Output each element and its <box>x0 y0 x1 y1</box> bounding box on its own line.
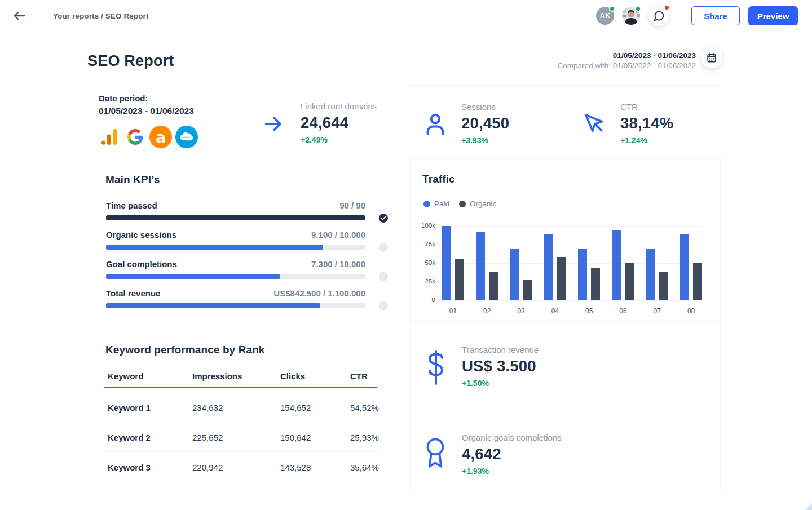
metric-value: 20,450 <box>461 114 509 132</box>
metric-label: Linked root domains <box>301 101 377 111</box>
metric-delta: +3.93% <box>461 136 509 145</box>
metric-card-sessions: Sessions 20,450 +3.93% <box>410 86 561 158</box>
collaborator-avatar-ak[interactable]: AK <box>596 7 614 25</box>
ahrefs-icon: a <box>149 126 172 148</box>
paid-bar <box>544 234 553 300</box>
avatar-initials: AK <box>600 12 611 20</box>
y-axis-tick: 25k <box>411 278 435 285</box>
page-title: SEO Report <box>87 52 174 70</box>
metric-value: 4,642 <box>462 445 562 463</box>
main-kpis-title: Main KPI’s <box>105 174 160 186</box>
keyword-table: KeywordImpressionsClicksCTR Keyword 1234… <box>104 371 377 482</box>
share-button[interactable]: Share <box>691 6 740 25</box>
kpi-status-dot <box>379 243 388 252</box>
paid-bar <box>612 230 621 300</box>
notification-dot <box>664 5 670 11</box>
kpi-label: Organic sessions <box>106 230 176 240</box>
award-icon <box>425 436 446 472</box>
metric-card-ctr: CTR 38,14% +1.24% <box>568 86 720 158</box>
table-cell: Keyword 2 <box>108 433 151 442</box>
metric-cards-row: Sessions 20,450 +3.93% CTR 38,14% +1.24% <box>410 85 720 159</box>
metric-card-organic-goals: Organic goals completions 4,642 +1.93% <box>410 410 721 489</box>
metric-label: CTR <box>620 102 673 112</box>
user-icon <box>425 111 446 138</box>
metric-label: Organic goals completions <box>462 433 562 442</box>
organic-bar <box>659 272 668 300</box>
kpi-value: 7.300 / 10.000 <box>311 259 365 269</box>
kpi-progress-fill <box>106 215 365 220</box>
calendar-button[interactable] <box>701 47 722 68</box>
table-cell: 220,942 <box>192 463 223 472</box>
table-cell: 35,64% <box>350 463 379 472</box>
date-period-value: 01/05/2023 - 01/06/2023 <box>99 106 194 116</box>
organic-bar <box>625 263 634 300</box>
y-axis-tick: 100k <box>411 222 435 229</box>
x-axis-tick: 05 <box>578 307 601 315</box>
chat-bubble-icon <box>653 10 665 22</box>
arrow-left-icon <box>12 9 26 23</box>
date-range-compared: Compared with: 01/05/2022 - 01/06/2022 <box>358 61 696 70</box>
kpi-label: Time passed <box>106 201 157 210</box>
kpi-value: 90 / 90 <box>339 201 365 210</box>
kpi-progress-fill <box>106 245 323 250</box>
kpi-progress-fill <box>106 274 280 279</box>
column-header: Clicks <box>280 371 305 381</box>
dollar-icon <box>426 350 445 387</box>
organic-bar <box>557 257 566 300</box>
breadcrumb: Your reports / SEO Report <box>53 0 149 32</box>
keyword-table-title: Keyword performance by Rank <box>105 344 265 356</box>
metric-delta: +1.50% <box>462 379 539 388</box>
x-axis-tick: 08 <box>680 307 703 315</box>
preview-button[interactable]: Preview <box>748 6 798 25</box>
paid-bar <box>510 249 519 300</box>
paid-bar <box>442 226 451 300</box>
kpi-value: 9.100 / 10.000 <box>311 230 365 240</box>
table-cell: 54,52% <box>350 403 379 413</box>
organic-bar <box>693 263 702 300</box>
online-status-dot <box>609 6 615 12</box>
section-divider <box>90 489 402 489</box>
x-axis-tick: 07 <box>646 307 668 315</box>
back-button[interactable] <box>0 0 38 32</box>
metric-card-transaction-revenue: Transaction revenue US$ 3.500 +1.50% <box>410 322 721 410</box>
resize-corner <box>805 503 812 510</box>
organic-bar <box>489 272 498 300</box>
kpi-row: Organic sessions9.100 / 10.000 <box>106 230 365 259</box>
traffic-bar-chart: 025k50k75k100k0102030405060708 <box>411 159 721 322</box>
metric-label: Transaction revenue <box>462 345 539 354</box>
collaborator-avatar-photo[interactable] <box>622 7 640 25</box>
top-bar: Your reports / SEO Report AK <box>0 0 812 32</box>
kpi-progress-fill <box>106 303 320 308</box>
metric-delta: +1.24% <box>620 136 673 145</box>
metric-value: 24,644 <box>301 114 377 132</box>
kpi-status-dot <box>379 301 388 311</box>
google-analytics-icon <box>102 129 117 145</box>
organic-bar <box>455 259 464 300</box>
report-date-range: 01/05/2023 - 01/06/2023 Compared with: 0… <box>358 51 696 70</box>
metric-value: US$ 3.500 <box>462 357 539 375</box>
table-cell: 150,642 <box>280 433 311 442</box>
paid-bar <box>578 249 587 300</box>
gridline <box>439 226 701 227</box>
column-header: CTR <box>350 371 368 381</box>
table-cell: 234,632 <box>192 403 223 413</box>
y-axis-tick: 50k <box>411 259 435 266</box>
data-sources: a salesforce <box>99 126 211 148</box>
comments-button[interactable] <box>648 6 669 26</box>
x-axis-tick: 03 <box>510 307 532 315</box>
card-divider <box>561 90 561 155</box>
kpi-row: Total revenueUS$842.500 / 1.100.000 <box>106 289 365 318</box>
gridline <box>439 300 701 301</box>
table-header-row: KeywordImpressionsClicksCTR <box>104 371 377 387</box>
kpi-row: Goal completions7.300 / 10.000 <box>106 259 365 289</box>
metric-delta: +2.49% <box>301 135 377 144</box>
kpi-progress-track <box>106 274 365 279</box>
svg-text:a: a <box>156 128 166 146</box>
metric-delta: +1.93% <box>462 467 562 476</box>
x-axis-tick: 02 <box>476 307 498 315</box>
paid-bar <box>646 249 655 300</box>
paid-bar <box>476 232 485 300</box>
table-cell: Keyword 1 <box>108 403 151 413</box>
kpi-progress-track <box>106 245 365 250</box>
y-axis-tick: 0 <box>411 296 435 303</box>
